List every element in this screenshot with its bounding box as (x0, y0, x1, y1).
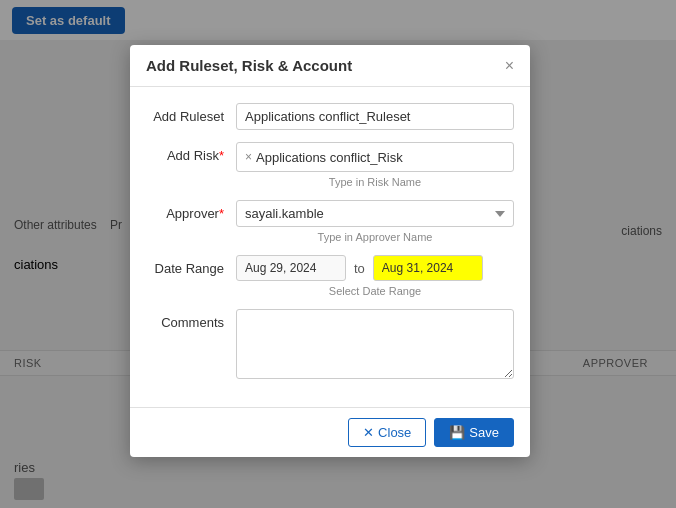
add-ruleset-modal: Add Ruleset, Risk & Account × Add Rulese… (130, 45, 530, 457)
add-ruleset-input[interactable] (236, 103, 514, 130)
date-range-inputs: to (236, 255, 514, 281)
date-range-row: Date Range to Select Date Range (146, 255, 514, 297)
add-ruleset-label: Add Ruleset (146, 103, 236, 124)
comments-label: Comments (146, 309, 236, 330)
approver-select[interactable]: sayali.kamble (236, 200, 514, 227)
close-icon: ✕ (363, 425, 374, 440)
modal-close-x-button[interactable]: × (505, 58, 514, 74)
comments-row: Comments (146, 309, 514, 379)
risk-tag: × Applications conflict_Risk (243, 150, 405, 165)
date-to-input[interactable] (373, 255, 483, 281)
risk-tag-remove[interactable]: × (245, 150, 252, 164)
comments-control (236, 309, 514, 379)
date-to-separator: to (354, 261, 365, 276)
approver-hint: Type in Approver Name (236, 231, 514, 243)
approver-row: Approver* sayali.kamble Type in Approver… (146, 200, 514, 243)
risk-hint: Type in Risk Name (236, 176, 514, 188)
date-range-label: Date Range (146, 255, 236, 276)
add-risk-label: Add Risk* (146, 142, 236, 163)
date-hint: Select Date Range (236, 285, 514, 297)
modal-header: Add Ruleset, Risk & Account × (130, 45, 530, 87)
add-risk-row: Add Risk* × Applications conflict_Risk T… (146, 142, 514, 188)
add-risk-control: × Applications conflict_Risk Type in Ris… (236, 142, 514, 188)
close-label: Close (378, 425, 411, 440)
modal-title: Add Ruleset, Risk & Account (146, 57, 352, 74)
save-icon: 💾 (449, 425, 465, 440)
date-range-control: to Select Date Range (236, 255, 514, 297)
risk-tag-input[interactable]: × Applications conflict_Risk (236, 142, 514, 172)
add-ruleset-row: Add Ruleset (146, 103, 514, 130)
save-label: Save (469, 425, 499, 440)
modal-body: Add Ruleset Add Risk* × Applications con… (130, 87, 530, 407)
modal-footer: ✕ Close 💾 Save (130, 407, 530, 457)
add-ruleset-control (236, 103, 514, 130)
approver-control: sayali.kamble Type in Approver Name (236, 200, 514, 243)
close-button[interactable]: ✕ Close (348, 418, 426, 447)
save-button[interactable]: 💾 Save (434, 418, 514, 447)
date-from-input[interactable] (236, 255, 346, 281)
comments-textarea[interactable] (236, 309, 514, 379)
approver-label: Approver* (146, 200, 236, 221)
